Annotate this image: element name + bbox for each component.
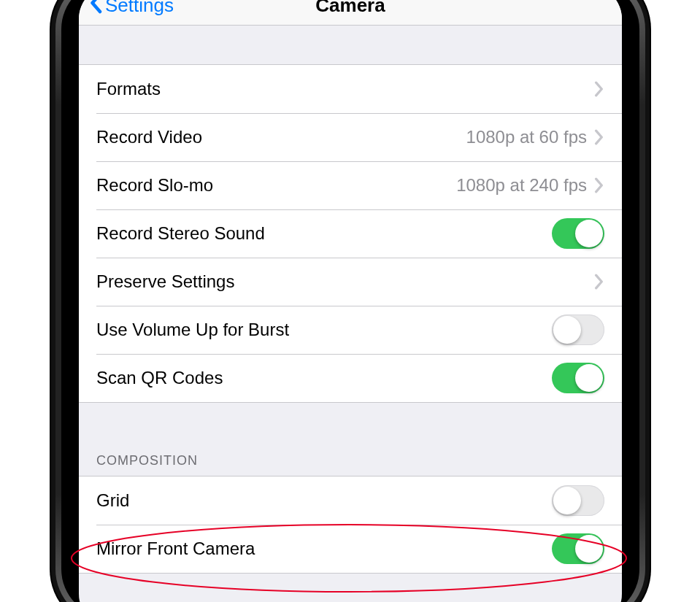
section-divider xyxy=(79,573,622,574)
section-header-composition: COMPOSITION xyxy=(79,403,622,476)
row-label: Grid xyxy=(96,490,552,511)
toggle-scan-qr-codes[interactable] xyxy=(552,363,604,393)
toggle-knob xyxy=(575,220,603,247)
nav-bar: Settings Camera xyxy=(79,0,622,26)
toggle-knob xyxy=(575,364,603,392)
row-record-stereo-sound: Record Stereo Sound xyxy=(79,209,622,258)
row-mirror-front-camera: Mirror Front Camera xyxy=(79,525,622,573)
row-record-video[interactable]: Record Video 1080p at 60 fps xyxy=(79,113,622,161)
phone-volume-up xyxy=(42,128,51,209)
row-label: Record Slo-mo xyxy=(96,175,456,196)
row-label: Mirror Front Camera xyxy=(96,539,552,559)
section-gap xyxy=(79,26,622,65)
settings-section-1: Formats Record Video 1080p at 60 fps Rec… xyxy=(79,65,622,402)
toggle-knob xyxy=(575,535,603,563)
screen: Settings Camera Formats Record Video 108… xyxy=(79,0,622,602)
section-header-label: COMPOSITION xyxy=(96,453,198,468)
toggle-record-stereo-sound[interactable] xyxy=(552,218,604,249)
page-title: Camera xyxy=(315,0,385,17)
row-scan-qr-codes: Scan QR Codes xyxy=(79,354,622,402)
row-formats[interactable]: Formats xyxy=(79,65,622,113)
phone-power-button xyxy=(651,109,661,255)
back-label: Settings xyxy=(105,0,174,17)
row-label: Scan QR Codes xyxy=(96,368,552,388)
chevron-right-icon xyxy=(594,81,604,97)
row-preserve-settings[interactable]: Preserve Settings xyxy=(79,258,622,306)
row-label: Preserve Settings xyxy=(96,271,594,292)
back-button[interactable]: Settings xyxy=(89,0,174,25)
chevron-right-icon xyxy=(594,177,604,193)
settings-section-2: Grid Mirror Front Camera xyxy=(79,476,622,573)
row-use-volume-up-for-burst: Use Volume Up for Burst xyxy=(79,306,622,354)
row-grid: Grid xyxy=(79,476,622,525)
row-label: Formats xyxy=(96,79,594,99)
chevron-right-icon xyxy=(594,129,604,145)
toggle-grid[interactable] xyxy=(552,485,604,516)
chevron-right-icon xyxy=(594,274,604,290)
row-record-slomo[interactable]: Record Slo-mo 1080p at 240 fps xyxy=(79,161,622,209)
phone-silent-switch xyxy=(42,36,50,89)
row-label: Record Video xyxy=(96,127,466,147)
phone-volume-down xyxy=(42,226,51,306)
toggle-mirror-front-camera[interactable] xyxy=(552,533,604,564)
row-label: Use Volume Up for Burst xyxy=(96,320,552,340)
toggle-knob xyxy=(553,487,581,514)
row-label: Record Stereo Sound xyxy=(96,223,552,244)
chevron-left-icon xyxy=(89,0,102,19)
row-value: 1080p at 60 fps xyxy=(466,127,587,147)
toggle-knob xyxy=(553,316,581,344)
toggle-use-volume-up-for-burst[interactable] xyxy=(552,314,604,345)
row-value: 1080p at 240 fps xyxy=(456,175,587,196)
